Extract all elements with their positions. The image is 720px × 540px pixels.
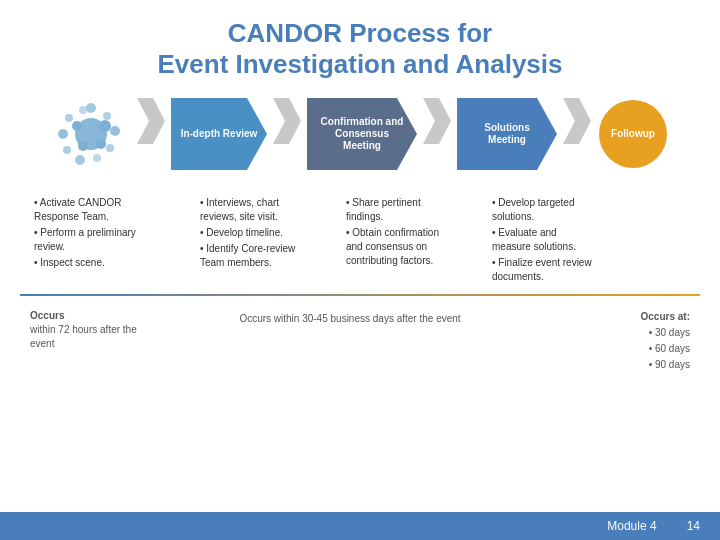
svg-point-12 <box>72 121 82 131</box>
svg-marker-21 <box>563 98 591 144</box>
stage-event-occurs-label: Event Occurs <box>51 178 131 191</box>
timing-left-title: Occurs <box>30 310 64 321</box>
bullet-item: Develop targeted solutions. <box>492 196 594 224</box>
stage-in-depth-review: In-depth Review <box>171 98 267 174</box>
solutions-shape: Solutions Meeting <box>457 98 557 170</box>
timing-middle-text: Occurs within 30-45 business days after … <box>239 313 460 324</box>
svg-point-7 <box>58 129 68 139</box>
svg-marker-15 <box>137 98 165 144</box>
bullet-item: Perform a preliminary review. <box>34 226 156 254</box>
bullet-item: Inspect scene. <box>34 256 156 270</box>
svg-marker-19 <box>423 98 451 144</box>
stage-solutions: Solutions Meeting <box>457 98 557 174</box>
bullet-item: Share pertinent findings. <box>346 196 448 224</box>
page-title: CANDOR Process for Event Investigation a… <box>20 18 700 80</box>
bullet-item: Interviews, chart reviews, site visit. <box>200 196 302 224</box>
timing-right: Occurs at: • 30 days • 60 days • 90 days <box>560 309 690 373</box>
followup-shape: Followup <box>597 98 669 170</box>
timing-middle: Occurs within 30-45 business days after … <box>140 309 560 324</box>
timing-right-item-2: 60 days <box>655 343 690 354</box>
svg-point-14 <box>96 139 106 149</box>
svg-point-11 <box>99 120 111 132</box>
page-header: CANDOR Process for Event Investigation a… <box>0 0 720 90</box>
svg-point-9 <box>79 106 87 114</box>
arrow-3 <box>423 98 451 148</box>
bullet-item: Activate CANDOR Response Team. <box>34 196 156 224</box>
svg-marker-16 <box>171 98 267 170</box>
bullets-row: Activate CANDOR Response Team. Perform a… <box>0 191 720 286</box>
svg-marker-20 <box>457 98 557 170</box>
title-line2: Event Investigation and Analysis <box>157 49 562 79</box>
svg-point-4 <box>93 154 101 162</box>
timing-right-item-1: 30 days <box>655 327 690 338</box>
stage-event-occurs: Event Occurs <box>51 98 131 191</box>
bullets-confirmation: Share pertinent findings. Obtain confirm… <box>342 196 452 286</box>
arrow-2 <box>273 98 301 148</box>
svg-point-6 <box>63 146 71 154</box>
svg-point-22 <box>599 100 667 168</box>
bullets-in-depth: Interviews, chart reviews, site visit. D… <box>196 196 306 286</box>
svg-point-3 <box>106 144 114 152</box>
confirmation-shape: Confirmation and Consensus Meeting <box>307 98 417 170</box>
bullets-event-occurs: Activate CANDOR Response Team. Perform a… <box>30 196 160 286</box>
arrow-4 <box>563 98 591 148</box>
stage-followup: Followup <box>597 98 669 174</box>
footer-page-number: 14 <box>687 519 700 533</box>
event-occurs-icon <box>55 98 127 174</box>
bullet-item: Obtain confirmation and consensus on con… <box>346 226 448 268</box>
timing-row: Occurs within 72 hours after the event O… <box>0 304 720 378</box>
in-depth-review-shape: In-depth Review <box>171 98 267 170</box>
bullet-item: Develop timeline. <box>200 226 302 240</box>
stage-confirmation: Confirmation and Consensus Meeting <box>307 98 417 174</box>
svg-point-5 <box>75 155 85 165</box>
section-divider <box>20 294 700 296</box>
bullet-item: Evaluate and measure solutions. <box>492 226 594 254</box>
svg-marker-18 <box>307 98 417 170</box>
bullet-item: Identify Core-review Team members. <box>200 242 302 270</box>
footer-module-label: Module 4 <box>607 519 656 533</box>
footer-bar: Module 4 14 <box>0 512 720 540</box>
title-line1: CANDOR Process for <box>228 18 492 48</box>
svg-point-0 <box>86 103 96 113</box>
timing-left: Occurs within 72 hours after the event <box>30 309 140 351</box>
svg-point-8 <box>65 114 73 122</box>
timing-right-title: Occurs at: <box>560 309 690 325</box>
bullet-item: Finalize event review documents. <box>492 256 594 284</box>
bullets-solutions: Develop targeted solutions. Evaluate and… <box>488 196 598 286</box>
process-flow: Event Occurs In-depth Review <box>0 90 720 191</box>
svg-marker-17 <box>273 98 301 144</box>
timing-right-item-3: 90 days <box>655 359 690 370</box>
arrow-1 <box>137 98 165 148</box>
svg-point-2 <box>110 126 120 136</box>
svg-point-1 <box>103 112 111 120</box>
timing-left-detail: within 72 hours after the event <box>30 324 137 349</box>
svg-point-13 <box>78 141 88 151</box>
